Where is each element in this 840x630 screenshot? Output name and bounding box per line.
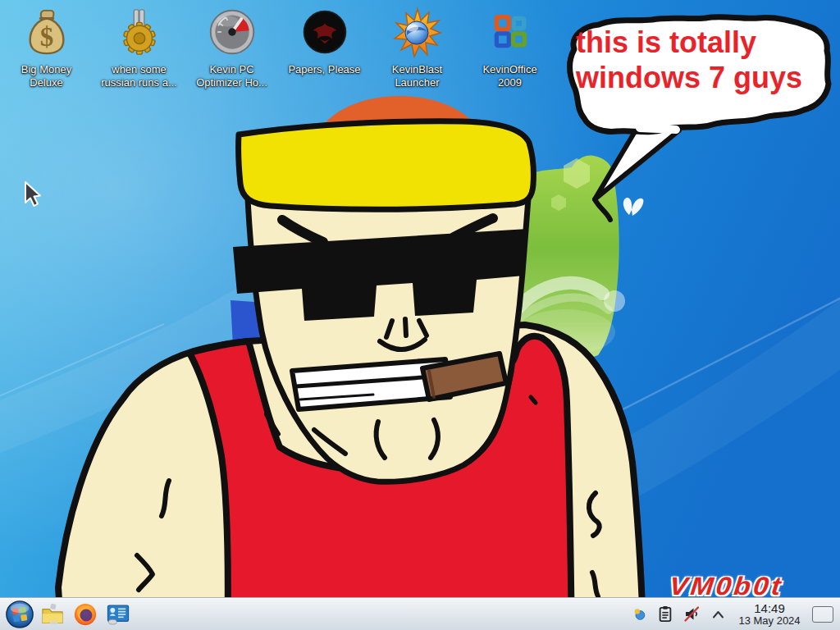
tray-expand[interactable] (709, 605, 727, 624)
clock-time: 14:49 (735, 601, 804, 615)
dollar-glyph: $ (39, 22, 52, 52)
clipboard-icon (657, 605, 673, 623)
taskbar-info-center[interactable] (102, 599, 135, 630)
desktop-icon-label: Kevin PC Optimizer Ho... (196, 63, 267, 89)
taskbar-file-manager[interactable] (36, 599, 69, 630)
desktop-icon-label: KevinBlast Launcher (392, 63, 442, 89)
character-headband (239, 121, 534, 209)
volume-muted-icon (683, 605, 701, 623)
speech-bubble-line2: windows 7 guys (576, 60, 822, 95)
desktop: this is totally windows 7 guys VM0b0t $ … (0, 0, 840, 630)
desktop-icon-label: when some russian runs a... (101, 63, 177, 89)
sun-globe-icon (391, 6, 444, 58)
show-desktop-button[interactable] (812, 606, 833, 623)
firefox-icon (73, 602, 98, 627)
desktop-icon-kevinoffice-2009[interactable]: KevinOffice 2009 (463, 5, 556, 89)
clock-date: 13 May 2024 (735, 615, 804, 627)
updates-icon (632, 607, 646, 622)
desktop-icon-russian-gear[interactable]: when some russian runs a... (93, 5, 185, 89)
money-bag-icon: $ (21, 7, 72, 57)
desktop-icon-kevinblast-launcher[interactable]: KevinBlast Launcher (371, 5, 463, 89)
eagle-emblem-icon (301, 8, 349, 56)
desktop-icon-label: Papers, Please (288, 63, 360, 76)
taskbar-clock[interactable]: 14:49 13 May 2024 (735, 601, 804, 627)
taskbar-firefox[interactable] (69, 599, 102, 630)
desktop-icon-papers-please[interactable]: Papers, Please (278, 5, 371, 89)
speech-bubble-text: this is totally windows 7 guys (576, 25, 822, 95)
desktop-icon-label: Big Money Deluxe (21, 63, 71, 89)
desktop-icon-row: $ Big Money Deluxe (0, 5, 556, 89)
chevron-up-icon (711, 609, 725, 619)
tray-updates[interactable] (630, 605, 648, 624)
info-center-icon (104, 602, 132, 627)
desktop-icon-label: KevinOffice 2009 (482, 63, 536, 89)
system-tray: 14:49 13 May 2024 (630, 601, 833, 627)
folder-icon (39, 602, 66, 627)
speech-bubble-line1: this is totally (576, 25, 822, 60)
gauge-icon (208, 7, 257, 57)
tray-clipboard[interactable] (656, 605, 674, 624)
gear-icon (114, 7, 165, 57)
start-button[interactable] (3, 599, 36, 630)
desktop-icon-big-money-deluxe[interactable]: $ Big Money Deluxe (0, 5, 93, 89)
office-squares-icon (487, 9, 533, 55)
desktop-icon-kevin-pc-optimizer[interactable]: Kevin PC Optimizer Ho... (185, 5, 278, 89)
taskbar: 14:49 13 May 2024 (0, 597, 840, 630)
tray-volume[interactable] (682, 605, 701, 624)
windows-orb-icon (5, 600, 34, 629)
mouse-cursor (23, 180, 44, 208)
